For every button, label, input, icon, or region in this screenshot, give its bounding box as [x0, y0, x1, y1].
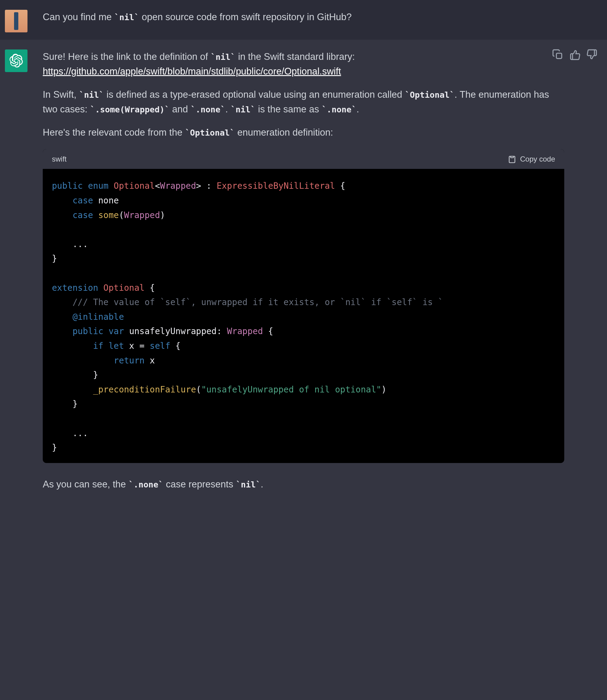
text: enumeration definition: [235, 127, 333, 138]
text: open source code from swift repository i… [139, 12, 352, 22]
thumbs-up-icon[interactable] [569, 49, 581, 60]
inline-code: Optional [405, 90, 455, 100]
code-block: swift Copy code public enum Optional<Wra… [43, 149, 564, 463]
copy-icon[interactable] [552, 49, 564, 60]
inline-code: Optional [185, 128, 235, 138]
inline-code: nil [231, 105, 255, 114]
paragraph: Here's the relevant code from the Option… [43, 125, 564, 140]
paragraph: Sure! Here is the link to the definition… [43, 49, 564, 79]
inline-code: nil [211, 52, 235, 62]
text: . [356, 104, 359, 115]
paragraph: As you can see, the .none case represent… [43, 477, 564, 492]
inline-code: .none [190, 105, 225, 114]
copy-code-label: Copy code [520, 153, 555, 165]
text: . [261, 479, 264, 490]
user-avatar [5, 10, 27, 33]
text: Here's the relevant code from the [43, 127, 185, 138]
text: Sure! Here is the link to the definition… [43, 51, 211, 62]
inline-code: .some(Wrapped) [90, 105, 169, 114]
user-text: Can you find me nil open source code fro… [43, 10, 564, 24]
assistant-content: Sure! Here is the link to the definition… [43, 49, 564, 492]
assistant-avatar [5, 49, 27, 72]
inline-code: nil [236, 480, 261, 489]
text: is the same as [255, 104, 321, 115]
text: and [169, 104, 190, 115]
inline-code: nil [114, 13, 139, 22]
text: As you can see, the [43, 479, 128, 490]
text: case represents [163, 479, 236, 490]
text: is defined as a type-erased optional val… [104, 89, 405, 100]
github-link[interactable]: https://github.com/apple/swift/blob/main… [43, 66, 341, 77]
inline-code: .none [128, 480, 163, 489]
text: . [225, 104, 231, 115]
svg-rect-1 [511, 157, 514, 158]
copy-code-button[interactable]: Copy code [508, 153, 555, 165]
paragraph: In Swift, nil is defined as a type-erase… [43, 87, 564, 117]
clipboard-icon [508, 155, 516, 163]
code-block-header: swift Copy code [43, 149, 564, 169]
code-language-label: swift [52, 153, 67, 165]
svg-rect-0 [556, 53, 562, 58]
text: In Swift, [43, 89, 79, 100]
user-message: Can you find me nil open source code fro… [0, 0, 607, 40]
code-content[interactable]: public enum Optional<Wrapped> : Expressi… [43, 169, 564, 463]
assistant-message: Sure! Here is the link to the definition… [0, 40, 607, 507]
openai-logo-icon [9, 54, 23, 68]
text: Can you find me [43, 12, 114, 22]
inline-code: nil [79, 90, 104, 100]
inline-code: .none [322, 105, 357, 114]
message-actions [552, 49, 598, 60]
thumbs-down-icon[interactable] [586, 49, 598, 60]
text: in the Swift standard library: [235, 51, 355, 62]
